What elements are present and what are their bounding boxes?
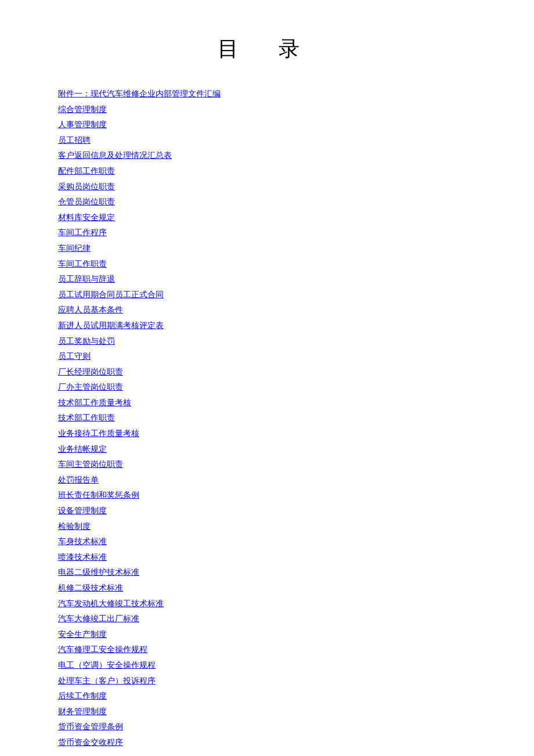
list-item: 安全生产制度 <box>58 627 476 643</box>
toc-link-42[interactable]: 货币资金交收程序 <box>58 738 123 747</box>
list-item: 货币资金管理条例 <box>58 719 476 735</box>
list-item: 厂长经理岗位职责 <box>58 365 476 380</box>
toc-link-9[interactable]: 车间工作程序 <box>58 228 107 237</box>
list-item: 业务结帐规定 <box>58 442 476 458</box>
toc-link-24[interactable]: 车间主管岗位职责 <box>58 460 123 469</box>
toc-link-10[interactable]: 车间纪律 <box>58 244 91 253</box>
toc-link-37[interactable]: 电工（空调）安全操作规程 <box>58 661 156 669</box>
list-item: 厂办主管岗位职责 <box>58 380 476 395</box>
list-item: 设备管理制度 <box>58 503 476 519</box>
list-item: 汽车修理工安全操作规程 <box>58 642 476 658</box>
list-item: 应聘人员基本条件 <box>58 303 476 318</box>
list-item: 车间工作程序 <box>58 225 476 241</box>
toc-link-31[interactable]: 电器二级维护技术标准 <box>58 568 139 577</box>
list-item: 汽车大修竣工出厂标准 <box>58 611 476 627</box>
list-item: 车身技术标准 <box>58 534 476 550</box>
toc-list: 附件一：现代汽车维修企业内部管理文件汇编综合管理制度人事管理制度员工招聘客户返回… <box>58 87 476 751</box>
toc-link-13[interactable]: 员工试用期合同员工正式合同 <box>58 290 164 299</box>
toc-link-41[interactable]: 货币资金管理条例 <box>58 722 123 731</box>
toc-link-27[interactable]: 设备管理制度 <box>58 506 107 515</box>
toc-link-18[interactable]: 厂长经理岗位职责 <box>58 368 123 376</box>
toc-link-36[interactable]: 汽车修理工安全操作规程 <box>58 645 147 654</box>
list-item: 汽车发动机大修竣工技术标准 <box>58 596 476 612</box>
toc-link-15[interactable]: 新进人员试用期满考核评定表 <box>58 321 164 330</box>
toc-link-5[interactable]: 配件部工作职责 <box>58 167 115 175</box>
toc-link-12[interactable]: 员工辞职与辞退 <box>58 275 115 283</box>
list-item: 电工（空调）安全操作规程 <box>58 658 476 674</box>
list-item: 新进人员试用期满考核评定表 <box>58 318 476 334</box>
list-item: 员工试用期合同员工正式合同 <box>58 287 476 303</box>
list-item: 附件一：现代汽车维修企业内部管理文件汇编 <box>58 87 476 102</box>
list-item: 员工招聘 <box>58 133 476 149</box>
list-item: 仓管员岗位职责 <box>58 195 476 210</box>
toc-link-8[interactable]: 材料库安全规定 <box>58 213 115 222</box>
toc-link-14[interactable]: 应聘人员基本条件 <box>58 305 123 314</box>
list-item: 处理车主（客户）投诉程序 <box>58 674 476 689</box>
toc-link-3[interactable]: 员工招聘 <box>58 136 91 145</box>
toc-link-29[interactable]: 车身技术标准 <box>58 537 107 546</box>
toc-link-30[interactable]: 喷漆技术标准 <box>58 553 107 561</box>
list-item: 配件部工作职责 <box>58 164 476 179</box>
toc-link-4[interactable]: 客户返回信息及处理情况汇总表 <box>58 151 172 160</box>
list-item: 人事管理制度 <box>58 117 476 133</box>
toc-link-26[interactable]: 班长责任制和奖惩条例 <box>58 491 139 499</box>
list-item: 电器二级维护技术标准 <box>58 565 476 581</box>
list-item: 财务管理制度 <box>58 704 476 720</box>
list-item: 技术部工作质量考核 <box>58 395 476 411</box>
toc-link-32[interactable]: 机修二级技术标准 <box>58 584 123 592</box>
list-item: 材料库安全规定 <box>58 210 476 226</box>
toc-link-7[interactable]: 仓管员岗位职责 <box>58 197 115 206</box>
toc-link-40[interactable]: 财务管理制度 <box>58 707 107 716</box>
list-item: 班长责任制和奖惩条例 <box>58 488 476 503</box>
toc-link-38[interactable]: 处理车主（客户）投诉程序 <box>58 676 156 685</box>
toc-link-21[interactable]: 技术部工作职责 <box>58 413 115 422</box>
list-item: 检验制度 <box>58 519 476 535</box>
list-item: 处罚报告单 <box>58 473 476 488</box>
list-item: 喷漆技术标准 <box>58 550 476 566</box>
toc-link-33[interactable]: 汽车发动机大修竣工技术标准 <box>58 599 164 608</box>
page-title: 目 录 <box>58 35 476 63</box>
toc-link-25[interactable]: 处罚报告单 <box>58 476 99 484</box>
list-item: 采购员岗位职责 <box>58 179 476 195</box>
list-item: 车间主管岗位职责 <box>58 457 476 473</box>
list-item: 员工守则 <box>58 349 476 365</box>
toc-link-11[interactable]: 车间工作职责 <box>58 260 107 268</box>
list-item: 业务接待工作质量考核 <box>58 426 476 442</box>
list-item: 员工奖励与处罚 <box>58 334 476 350</box>
toc-link-0[interactable]: 附件一：现代汽车维修企业内部管理文件汇编 <box>58 89 221 98</box>
toc-link-16[interactable]: 员工奖励与处罚 <box>58 337 115 345</box>
list-item: 机修二级技术标准 <box>58 581 476 596</box>
toc-link-39[interactable]: 后续工作制度 <box>58 692 107 700</box>
toc-link-28[interactable]: 检验制度 <box>58 522 91 531</box>
list-item: 员工辞职与辞退 <box>58 272 476 287</box>
toc-link-23[interactable]: 业务结帐规定 <box>58 445 107 453</box>
toc-link-22[interactable]: 业务接待工作质量考核 <box>58 429 139 438</box>
list-item: 技术部工作职责 <box>58 411 476 426</box>
list-item: 货币资金交收程序 <box>58 735 476 751</box>
list-item: 后续工作制度 <box>58 689 476 704</box>
toc-link-1[interactable]: 综合管理制度 <box>58 105 107 114</box>
toc-link-19[interactable]: 厂办主管岗位职责 <box>58 383 123 391</box>
toc-link-17[interactable]: 员工守则 <box>58 352 91 361</box>
list-item: 车间纪律 <box>58 241 476 257</box>
list-item: 客户返回信息及处理情况汇总表 <box>58 148 476 164</box>
toc-link-34[interactable]: 汽车大修竣工出厂标准 <box>58 614 139 623</box>
toc-link-6[interactable]: 采购员岗位职责 <box>58 182 115 191</box>
list-item: 综合管理制度 <box>58 102 476 118</box>
toc-link-2[interactable]: 人事管理制度 <box>58 120 107 129</box>
list-item: 车间工作职责 <box>58 257 476 272</box>
toc-link-35[interactable]: 安全生产制度 <box>58 630 107 639</box>
toc-link-20[interactable]: 技术部工作质量考核 <box>58 398 131 407</box>
